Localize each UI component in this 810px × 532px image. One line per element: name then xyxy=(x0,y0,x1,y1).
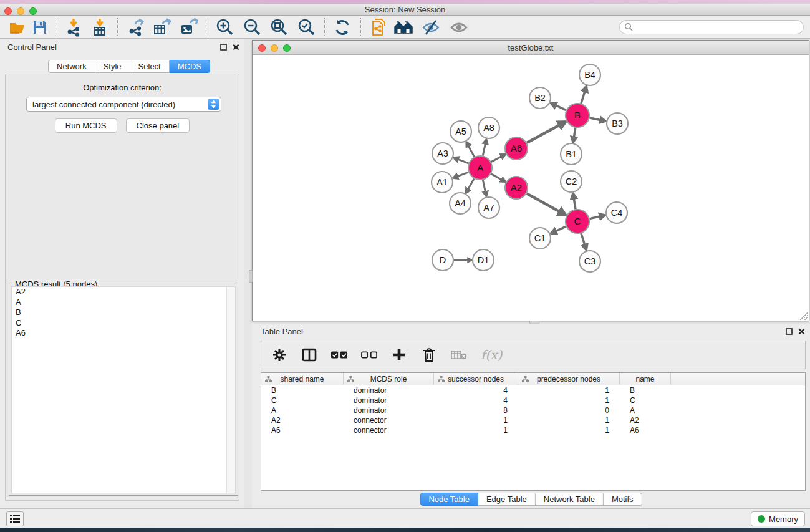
node-C3[interactable]: C3 xyxy=(579,251,600,272)
edge-A6-B[interactable] xyxy=(527,125,559,143)
node-A3[interactable]: A3 xyxy=(432,143,453,164)
first-neighbors-icon[interactable] xyxy=(393,17,413,37)
node-A2[interactable]: A2 xyxy=(505,177,528,199)
column-header-predecessor-nodes[interactable]: predecessor nodes xyxy=(518,373,620,385)
node-table[interactable]: shared nameMCDS rolesuccessor nodesprede… xyxy=(261,372,806,491)
save-session-icon[interactable] xyxy=(30,17,50,37)
table-cell[interactable]: connector xyxy=(344,426,434,435)
edge-B-B4[interactable] xyxy=(581,92,585,104)
table-row[interactable]: A2connector11A2 xyxy=(261,415,805,425)
table-cell[interactable]: A2 xyxy=(620,416,671,425)
table-cell[interactable]: 0 xyxy=(518,406,620,415)
float-panel-icon[interactable] xyxy=(220,44,227,51)
network-window-titlebar[interactable]: testGlobe.txt xyxy=(253,41,809,55)
table-cell[interactable]: 1 xyxy=(518,396,620,405)
network-canvas[interactable]: B4B2BB3A5A8A6A3B1AA1C2A2A4A7C4CC1C3DD1 xyxy=(253,55,809,321)
show-column-panel-icon[interactable] xyxy=(301,347,317,363)
run-mcds-button[interactable]: Run MCDS xyxy=(55,118,117,133)
tab-select[interactable]: Select xyxy=(130,60,170,73)
close-panel-icon[interactable] xyxy=(233,44,239,51)
node-B[interactable]: B xyxy=(566,104,589,127)
create-column-icon[interactable] xyxy=(391,347,407,363)
node-C[interactable]: C xyxy=(566,210,589,233)
edge-A-A5[interactable] xyxy=(468,146,474,157)
deselect-all-checks-icon[interactable] xyxy=(361,347,377,363)
column-header-successor-nodes[interactable]: successor nodes xyxy=(434,373,518,385)
table-cell[interactable]: dominator xyxy=(344,406,434,415)
show-all-icon[interactable] xyxy=(449,17,469,37)
mcds-result-item[interactable]: B xyxy=(12,307,235,318)
node-B1[interactable]: B1 xyxy=(561,143,582,165)
node-A6[interactable]: A6 xyxy=(505,137,528,160)
table-cell[interactable]: 1 xyxy=(434,426,518,435)
float-panel-icon[interactable] xyxy=(786,328,793,335)
tab-node-table[interactable]: Node Table xyxy=(420,493,478,506)
mcds-result-item[interactable]: A2 xyxy=(12,287,235,297)
node-C4[interactable]: C4 xyxy=(606,202,627,223)
tab-style[interactable]: Style xyxy=(95,60,130,73)
network-graph[interactable]: B4B2BB3A5A8A6A3B1AA1C2A2A4A7C4CC1C3DD1 xyxy=(253,55,809,321)
table-cell[interactable]: A xyxy=(261,406,344,415)
hide-selected-icon[interactable] xyxy=(421,17,441,37)
mcds-result-item[interactable]: C xyxy=(12,318,235,329)
close-panel-icon[interactable] xyxy=(798,328,805,335)
close-panel-button[interactable]: Close panel xyxy=(126,118,190,133)
table-cell[interactable]: 1 xyxy=(518,416,620,425)
node-D1[interactable]: D1 xyxy=(473,249,494,271)
mcds-result-item[interactable]: A xyxy=(12,297,235,308)
edge-C-C4[interactable] xyxy=(590,216,600,219)
export-table-icon[interactable] xyxy=(152,17,172,37)
delete-columns-icon[interactable] xyxy=(421,347,437,363)
table-row[interactable]: Cdominator41C xyxy=(261,395,805,405)
tab-edge-table[interactable]: Edge Table xyxy=(478,493,536,506)
column-header-shared-name[interactable]: shared name xyxy=(261,373,344,385)
edge-C-C2[interactable] xyxy=(574,199,576,210)
table-cell[interactable]: 8 xyxy=(434,406,518,415)
table-cell[interactable]: C xyxy=(261,396,344,405)
table-row[interactable]: A6connector11A6 xyxy=(261,425,805,435)
edge-A2-C[interactable] xyxy=(527,193,560,211)
edge-B-B3[interactable] xyxy=(590,118,600,120)
table-cell[interactable]: A2 xyxy=(261,416,344,425)
table-cell[interactable]: A xyxy=(620,406,671,415)
column-header-name[interactable]: name xyxy=(620,373,671,385)
node-A1[interactable]: A1 xyxy=(432,172,453,193)
open-session-icon[interactable] xyxy=(7,17,27,37)
export-network-icon[interactable] xyxy=(126,17,146,37)
select-all-checks-icon[interactable] xyxy=(331,347,347,363)
zoom-selected-icon[interactable] xyxy=(297,17,317,37)
vertical-scroll-thumb[interactable] xyxy=(249,270,253,283)
node-A4[interactable]: A4 xyxy=(450,193,471,214)
tab-mcds[interactable]: MCDS xyxy=(170,60,210,73)
table-cell[interactable]: 1 xyxy=(434,416,518,425)
criterion-dropdown[interactable]: largest connected component (directed) xyxy=(26,97,221,112)
import-table-from-file-icon[interactable] xyxy=(90,17,110,37)
search-input[interactable] xyxy=(634,23,803,32)
node-B4[interactable]: B4 xyxy=(579,64,600,85)
table-cell[interactable]: B xyxy=(620,386,671,395)
mcds-result-item[interactable]: A6 xyxy=(12,328,235,339)
zoom-fit-icon[interactable] xyxy=(269,17,289,37)
node-C2[interactable]: C2 xyxy=(561,171,582,192)
edge-B-B2[interactable] xyxy=(556,105,566,110)
table-cell[interactable]: A6 xyxy=(620,426,671,435)
node-A[interactable]: A xyxy=(468,156,492,180)
table-cell[interactable]: 1 xyxy=(518,386,620,395)
node-D[interactable]: D xyxy=(432,249,453,271)
table-row[interactable]: Bdominator41B xyxy=(261,385,805,395)
edge-A-A1[interactable] xyxy=(458,172,469,177)
node-A8[interactable]: A8 xyxy=(478,117,499,138)
zoom-in-icon[interactable] xyxy=(215,17,235,37)
show-task-history-button[interactable] xyxy=(6,511,24,526)
node-A7[interactable]: A7 xyxy=(478,197,499,218)
table-cell[interactable]: dominator xyxy=(344,396,434,405)
table-cell[interactable]: A6 xyxy=(261,426,344,435)
edge-C-C1[interactable] xyxy=(556,226,566,231)
tab-motifs[interactable]: Motifs xyxy=(604,493,642,506)
table-cell[interactable]: 4 xyxy=(434,386,518,395)
list-scrollbar[interactable] xyxy=(226,287,235,493)
node-B3[interactable]: B3 xyxy=(607,113,628,134)
node-B2[interactable]: B2 xyxy=(529,87,551,109)
table-cell[interactable]: 1 xyxy=(518,426,620,435)
table-row[interactable]: Adominator80A xyxy=(261,405,805,415)
